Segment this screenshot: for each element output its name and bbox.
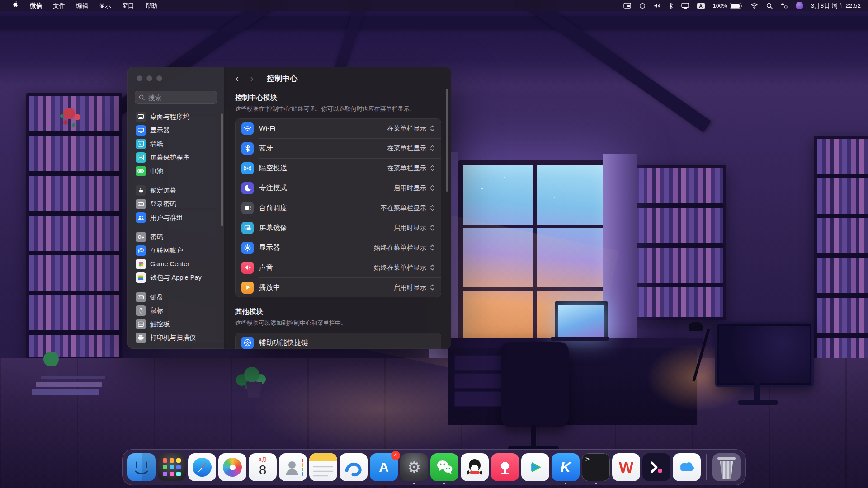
sidebar-item-wallpaper[interactable]: 墙纸 — [132, 137, 220, 150]
bluetooth-visibility-select[interactable]: 在菜单栏显示 — [387, 144, 435, 153]
settings-content: ‹ › 控制中心 控制中心模块 这些模块在“控制中心”始终可见。你可以选取何时也… — [225, 67, 451, 349]
dock-launchpad-icon[interactable] — [158, 453, 186, 481]
menu-edit[interactable]: 编辑 — [71, 0, 94, 11]
apple-menu[interactable] — [6, 0, 24, 11]
dock-terminal-icon[interactable]: >_ — [582, 453, 610, 481]
sidebar-item-mouse[interactable]: 鼠标 — [132, 304, 220, 317]
sidebar-item-screensaver[interactable]: 屏幕保护程序 — [132, 150, 220, 164]
sidebar-item-passwords[interactable]: 密码 — [132, 230, 220, 244]
battery-indicator[interactable]: 100% — [711, 3, 745, 9]
search-icon[interactable] — [764, 3, 775, 9]
sound-visibility-select[interactable]: 始终在菜单栏显示 — [374, 263, 435, 272]
volume-icon[interactable] — [651, 3, 663, 9]
wifi-icon[interactable] — [748, 3, 760, 9]
focus-visibility-select[interactable]: 启用时显示 — [394, 184, 435, 192]
chevron-updown-icon — [430, 164, 435, 172]
display-icon — [136, 125, 146, 136]
content-header: ‹ › 控制中心 — [225, 67, 451, 89]
wallpaper-icon — [136, 139, 146, 149]
sidebar-item-lock-screen[interactable]: 锁定屏幕 — [132, 183, 220, 197]
row-stage-manager: 台前调度 不在菜单栏显示 — [235, 198, 441, 218]
dock-photos-icon[interactable] — [218, 453, 246, 481]
speaker-icon — [241, 262, 254, 274]
chevron-updown-icon — [430, 264, 435, 271]
search-input[interactable] — [147, 94, 208, 102]
minimize-button[interactable] — [146, 75, 152, 81]
dock-system-settings-icon[interactable]: ⚙ — [400, 453, 428, 481]
sidebar-item-trackpad[interactable]: 触控板 — [132, 317, 220, 331]
sidebar-search[interactable] — [135, 91, 217, 104]
dock-calendar-icon[interactable]: 3月8 — [249, 453, 277, 481]
menu-view[interactable]: 显示 — [94, 0, 117, 11]
airdrop-icon — [241, 162, 254, 174]
sidebar-item-internet-accounts[interactable]: @ 互联网账户 — [132, 244, 220, 257]
others-card: 辅助功能快捷键 — [235, 333, 441, 349]
menu-app-name[interactable]: 微信 — [24, 0, 47, 11]
sidebar-item-desktop-dock[interactable]: 桌面与程序坞 — [132, 110, 220, 123]
dock-trash-icon[interactable] — [712, 453, 741, 481]
sidebar-item-game-center[interactable]: Game Center — [132, 257, 220, 271]
content-scrollbar[interactable] — [446, 89, 448, 192]
dock-contacts-icon[interactable] — [279, 453, 307, 481]
chevron-updown-icon — [430, 125, 435, 132]
sidebar-item-displays[interactable]: 显示器 — [132, 123, 220, 137]
display-visibility-select[interactable]: 始终在菜单栏显示 — [374, 244, 435, 252]
page-title: 控制中心 — [267, 73, 297, 84]
bluetooth-icon[interactable] — [666, 3, 675, 9]
screensaver-icon — [136, 152, 146, 163]
display-mirroring-icon[interactable] — [679, 3, 691, 9]
others-section-title: 其他模块 — [235, 307, 441, 317]
dock-wechat-icon[interactable] — [430, 453, 458, 481]
moon-icon — [241, 182, 254, 194]
airdrop-visibility-select[interactable]: 在菜单栏显示 — [387, 164, 435, 173]
dock-cloud-app-icon[interactable] — [673, 453, 701, 481]
at-sign-icon: @ — [136, 245, 146, 256]
back-button[interactable]: ‹ — [236, 74, 239, 83]
row-display: 显示器 始终在菜单栏显示 — [235, 238, 441, 258]
dock-dark-purple-app-icon[interactable] — [642, 453, 670, 481]
menu-window[interactable]: 窗口 — [117, 0, 140, 11]
system-settings-window: 桌面与程序坞 显示器 墙纸 屏幕保护程序 电池 — [127, 67, 451, 349]
forward-button[interactable]: › — [250, 74, 254, 83]
trackpad-icon — [136, 319, 146, 329]
sidebar-item-battery[interactable]: 电池 — [132, 164, 220, 178]
sidebar-item-users-groups[interactable]: 用户与群组 — [132, 211, 220, 224]
dock-safari-icon[interactable] — [188, 453, 216, 481]
menu-clock[interactable]: 3月8日 周五 22:52 — [809, 2, 861, 10]
key-icon — [136, 232, 146, 242]
sidebar-item-login-password[interactable]: 登录密码 — [132, 197, 220, 211]
sidebar-item-wallet[interactable]: 钱包与 Apple Pay — [132, 271, 220, 284]
zoom-button[interactable] — [156, 75, 162, 81]
dock-pink-app-icon[interactable] — [491, 453, 519, 481]
wifi-visibility-select[interactable]: 在菜单栏显示 — [387, 124, 435, 133]
close-button[interactable] — [137, 75, 142, 81]
dock: 3月8 4 A ⚙ K >_ W — [122, 449, 746, 485]
dock-blue-wave-app-icon[interactable] — [340, 453, 368, 481]
control-center-icon[interactable] — [778, 3, 790, 9]
sidebar-scrollbar[interactable] — [221, 113, 223, 226]
dock-finder-icon[interactable] — [127, 453, 156, 481]
wallet-icon — [136, 272, 146, 283]
pip-icon[interactable] — [621, 3, 633, 9]
menu-help[interactable]: 帮助 — [140, 0, 163, 11]
dock-wps-icon[interactable]: W — [612, 453, 640, 481]
row-sound: 声音 始终在菜单栏显示 — [235, 258, 441, 277]
menu-file[interactable]: 文件 — [47, 0, 71, 11]
row-airdrop: 隔空投送 在菜单栏显示 — [235, 158, 441, 178]
mouse-icon — [136, 305, 146, 316]
sidebar-item-printers-scanners[interactable]: 打印机与扫描仪 — [132, 331, 220, 344]
dock-k-app-icon[interactable]: K — [552, 453, 580, 481]
menu-avatar-icon[interactable] — [793, 2, 806, 9]
sidebar-list: 桌面与程序坞 显示器 墙纸 屏幕保护程序 电池 — [132, 110, 220, 349]
stage-manager-visibility-select[interactable]: 不在菜单栏显示 — [381, 204, 435, 212]
dock-tencent-video-icon[interactable] — [521, 453, 549, 481]
dock-qq-icon[interactable] — [461, 453, 489, 481]
sidebar-item-keyboard[interactable]: 键盘 — [132, 290, 220, 304]
now-playing-visibility-select[interactable]: 启用时显示 — [394, 283, 435, 292]
modules-section-title: 控制中心模块 — [235, 93, 441, 103]
focus-ring-icon[interactable] — [637, 3, 648, 9]
screen-mirroring-visibility-select[interactable]: 启用时显示 — [394, 224, 435, 232]
input-source-icon[interactable]: A — [695, 3, 707, 9]
dock-notes-icon[interactable] — [309, 453, 337, 481]
dock-app-store-icon[interactable]: 4 A — [370, 453, 398, 481]
